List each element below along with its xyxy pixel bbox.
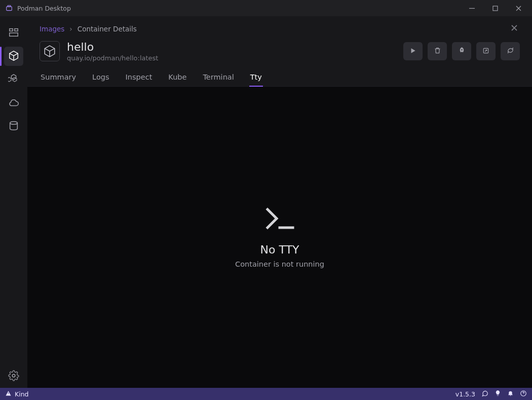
- warning-icon: [5, 390, 12, 398]
- svg-rect-3: [10, 28, 13, 31]
- play-icon: [409, 47, 416, 56]
- deploy-kubernetes-button[interactable]: [452, 42, 471, 60]
- close-details-button[interactable]: [509, 22, 520, 35]
- empty-state-title: No TTY: [260, 243, 299, 256]
- breadcrumb-current: Container Details: [78, 25, 137, 33]
- trash-icon: [434, 47, 441, 56]
- external-link-icon: [482, 47, 489, 56]
- chat-icon: [481, 390, 488, 398]
- rocket-icon: [458, 47, 466, 56]
- tab-logs[interactable]: Logs: [91, 70, 110, 86]
- start-container-button[interactable]: [403, 42, 423, 60]
- refresh-icon: [507, 47, 514, 56]
- help-icon: [520, 390, 527, 398]
- tab-body: No TTY Container is not running: [27, 87, 532, 388]
- notifications-button[interactable]: [507, 390, 514, 398]
- open-browser-button[interactable]: [476, 42, 496, 60]
- tab-summary[interactable]: Summary: [40, 70, 77, 86]
- tab-tty[interactable]: Tty: [249, 70, 263, 86]
- hints-button[interactable]: [495, 390, 501, 398]
- svg-rect-5: [10, 32, 18, 35]
- svg-point-7: [12, 374, 15, 377]
- app-icon: [5, 4, 13, 12]
- sidebar-item-pods[interactable]: [4, 70, 23, 89]
- app-title: Podman Desktop: [17, 5, 71, 12]
- database-icon: [8, 120, 19, 133]
- sidebar-item-settings[interactable]: [4, 367, 23, 386]
- svg-rect-2: [493, 6, 498, 11]
- tab-kube[interactable]: Kube: [167, 70, 187, 86]
- status-version: v1.5.3: [455, 390, 475, 398]
- sidebar-item-volumes[interactable]: [4, 117, 23, 136]
- titlebar: Podman Desktop: [0, 0, 532, 16]
- tab-terminal[interactable]: Terminal: [202, 70, 235, 86]
- chevron-right-icon: ›: [69, 25, 72, 33]
- cloud-icon: [8, 97, 19, 110]
- tab-inspect[interactable]: Inspect: [125, 70, 154, 86]
- breadcrumb: Images › Container Details: [27, 16, 532, 35]
- svg-point-6: [10, 121, 18, 124]
- breadcrumb-root[interactable]: Images: [40, 25, 64, 33]
- cubes-icon: [8, 74, 19, 86]
- bell-icon: [507, 390, 514, 398]
- help-button[interactable]: [520, 390, 527, 398]
- lightbulb-icon: [495, 390, 501, 398]
- sidebar-item-containers[interactable]: [4, 47, 23, 66]
- gear-icon: [8, 370, 19, 383]
- container-name: hello: [67, 41, 158, 53]
- svg-rect-1: [8, 6, 11, 7]
- sidebar-item-images[interactable]: [4, 93, 23, 113]
- statusbar: Kind v1.5.3: [0, 388, 532, 400]
- sidebar: [0, 16, 27, 388]
- empty-state: No TTY Container is not running: [235, 206, 324, 268]
- window-close-button[interactable]: [507, 0, 530, 16]
- sidebar-item-dashboard[interactable]: [4, 23, 23, 43]
- svg-rect-4: [15, 28, 18, 31]
- cube-icon: [8, 50, 19, 63]
- detail-tabs: Summary Logs Inspect Kube Terminal Tty: [27, 65, 532, 87]
- container-image-ref: quay.io/podman/hello:latest: [67, 54, 158, 62]
- dashboard-icon: [8, 27, 19, 40]
- feedback-button[interactable]: [481, 390, 488, 398]
- status-context[interactable]: Kind: [5, 390, 29, 398]
- window-maximize-button[interactable]: [483, 0, 507, 16]
- content: Images › Container Details hello quay.io…: [27, 16, 532, 388]
- status-context-label: Kind: [15, 390, 29, 398]
- svg-rect-0: [7, 7, 12, 11]
- restart-container-button[interactable]: [501, 42, 520, 60]
- empty-state-message: Container is not running: [235, 260, 324, 268]
- terminal-icon: [264, 206, 295, 243]
- delete-container-button[interactable]: [428, 42, 447, 60]
- details-header: hello quay.io/podman/hello:latest: [27, 35, 532, 65]
- container-icon: [40, 41, 60, 61]
- window-minimize-button[interactable]: [460, 0, 483, 16]
